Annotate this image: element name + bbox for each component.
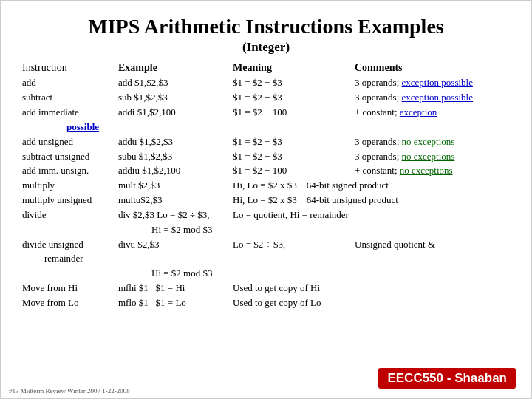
table-row-hi2: Hi = $2 mod $3 bbox=[22, 267, 510, 281]
table-row-hi: Hi = $2 mod $3 bbox=[22, 223, 510, 237]
table-row: add immediate addi $1,$2,100 $1 = $2 + 1… bbox=[22, 106, 510, 120]
table-row: Move from Lo mflo $1 $1 = Lo Used to get… bbox=[22, 296, 510, 310]
table-row: add imm. unsign. addiu $1,$2,100 $1 = $2… bbox=[22, 164, 510, 178]
header-instruction: Instruction bbox=[22, 61, 118, 75]
table-row: multiply mult $2,$3 Hi, Lo = $2 x $3 64-… bbox=[22, 179, 510, 193]
table-row: add unsigned addu $1,$2,$3 $1 = $2 + $3 … bbox=[22, 135, 510, 149]
header-comments: Comments bbox=[355, 61, 510, 75]
table-row-remainder: remainder bbox=[22, 252, 510, 266]
table-row: subtract unsigned subu $1,$2,$3 $1 = $2 … bbox=[22, 150, 510, 164]
footer-text: #13 Midterm Review Winter 2007 1-22-2008 bbox=[9, 387, 130, 395]
table-row: multiply unsigned multu$2,$3 Hi, Lo = $2… bbox=[22, 194, 510, 208]
table-row: add add $1,$2,$3 $1 = $2 + $3 3 operands… bbox=[22, 76, 510, 90]
slide: MIPS Arithmetic Instructions Examples (I… bbox=[0, 0, 532, 399]
slide-subtitle: (Integer) bbox=[22, 40, 510, 55]
table-row: divide unsigned divu $2,$3 Lo = $2 ÷ $3,… bbox=[22, 238, 510, 252]
table-row-indent: possible bbox=[22, 120, 510, 134]
content-table: Instruction Example Meaning Comments add… bbox=[22, 61, 510, 310]
table-row: subtract sub $1,$2,$3 $1 = $2 − $3 3 ope… bbox=[22, 91, 510, 105]
slide-title: MIPS Arithmetic Instructions Examples bbox=[22, 15, 510, 38]
table-row: Move from Hi mfhi $1 $1 = Hi Used to get… bbox=[22, 282, 510, 296]
header-example: Example bbox=[118, 61, 233, 75]
header-meaning: Meaning bbox=[233, 61, 355, 75]
table-row: divide div $2,$3 Lo = $2 ÷ $3, Lo = quot… bbox=[22, 208, 510, 222]
table-header: Instruction Example Meaning Comments bbox=[22, 61, 510, 75]
eecc-badge: EECC550 - Shaaban bbox=[378, 368, 516, 389]
